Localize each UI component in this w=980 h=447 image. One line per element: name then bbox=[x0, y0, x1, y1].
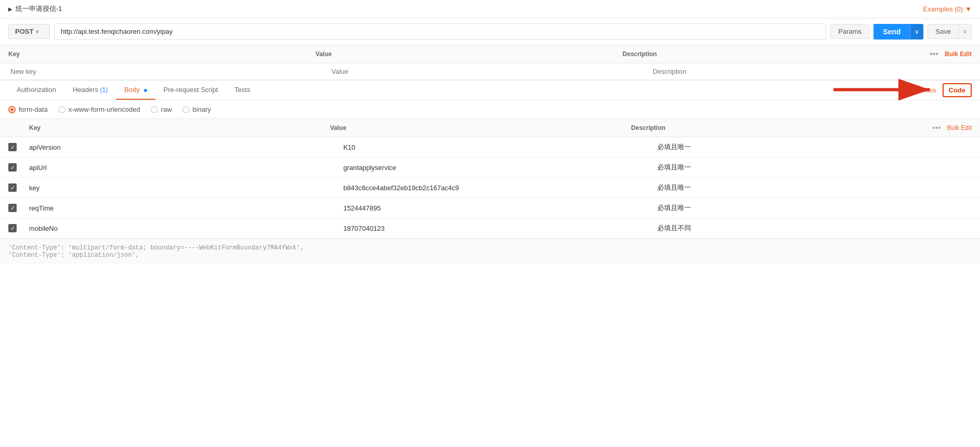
row-checkbox-4[interactable]: ✓ bbox=[8, 224, 17, 232]
breadcrumb-expand-icon[interactable]: ▶ bbox=[8, 6, 12, 12]
body-table-actions: ••• Bulk Edit bbox=[932, 123, 972, 133]
row-checkbox-0[interactable]: ✓ bbox=[8, 143, 17, 151]
radio-circle-x-www bbox=[58, 106, 65, 113]
save-dropdown-button[interactable]: ∨ bbox=[958, 25, 971, 38]
cell-desc-0: 必填且唯一 bbox=[657, 142, 972, 152]
body-col-key: Key bbox=[29, 124, 330, 132]
radio-circle-raw bbox=[151, 106, 158, 113]
cell-key-3: reqTime bbox=[29, 204, 343, 212]
breadcrumb-left: ▶ 统一申请授信-1 bbox=[8, 4, 62, 14]
radio-x-www-form-urlencoded[interactable]: x-www-form-urlencoded bbox=[58, 106, 140, 113]
cell-desc-3: 必填且唯一 bbox=[657, 203, 972, 213]
table-row: ✓ reqTime 1524447895 必填且唯一 bbox=[0, 198, 980, 218]
code-preview-line1: 'Content-Type': 'multipart/form-data; bo… bbox=[8, 244, 972, 252]
send-button[interactable]: Send bbox=[873, 24, 910, 40]
code-preview: 'Content-Type': 'multipart/form-data; bo… bbox=[0, 239, 980, 264]
table-row: ✓ apiVersion K10 必填且唯一 bbox=[0, 137, 980, 157]
url-bar: POST ∨ Params Send ∨ Save ∨ bbox=[0, 18, 980, 45]
cell-desc-4: 必填且不同 bbox=[657, 224, 972, 233]
code-preview-line2: 'Content-Type': 'application/json', bbox=[8, 252, 972, 259]
radio-bar: form-data x-www-form-urlencoded raw bina… bbox=[0, 100, 980, 119]
params-col-description: Description bbox=[623, 50, 930, 58]
code-button[interactable]: Code bbox=[943, 83, 972, 97]
save-button[interactable]: Save bbox=[928, 24, 958, 38]
cell-key-2: key bbox=[29, 184, 343, 192]
table-row: ✓ mobileNo 18707040123 必填且不同 bbox=[0, 218, 980, 239]
params-col-key: Key bbox=[8, 50, 315, 58]
tab-authorization[interactable]: Authorization bbox=[8, 81, 64, 100]
breadcrumb-bar: ▶ 统一申请授信-1 Examples (0) ▼ bbox=[0, 0, 980, 18]
row-checkbox-1[interactable]: ✓ bbox=[8, 163, 17, 172]
row-checkbox-2[interactable]: ✓ bbox=[8, 183, 17, 192]
body-tab-dot bbox=[144, 89, 147, 92]
save-button-group: Save ∨ bbox=[928, 24, 972, 39]
cell-value-0: K10 bbox=[343, 143, 658, 151]
radio-circle-form-data bbox=[8, 106, 16, 113]
cell-desc-1: 必填且唯一 bbox=[657, 163, 972, 172]
send-button-group: Send ∨ bbox=[873, 24, 923, 40]
cell-value-3: 1524447895 bbox=[343, 204, 658, 212]
radio-circle-binary bbox=[182, 106, 190, 113]
table-row: ✓ key b843c8cce4abef32eb19cb2c167ac4c9 必… bbox=[0, 178, 980, 198]
cell-key-1: apiUrl bbox=[29, 164, 343, 172]
radio-raw[interactable]: raw bbox=[151, 106, 172, 113]
method-select[interactable]: POST ∨ bbox=[8, 24, 50, 39]
tabs-right-actions: Cookies Code bbox=[912, 83, 972, 97]
method-chevron-icon: ∨ bbox=[35, 29, 39, 34]
params-bulk-edit[interactable]: Bulk Edit bbox=[945, 50, 972, 58]
headers-badge: (1) bbox=[100, 86, 108, 94]
new-desc-input[interactable] bbox=[651, 67, 972, 76]
body-table-header: Key Value Description ••• Bulk Edit bbox=[0, 119, 980, 137]
body-more-icon[interactable]: ••• bbox=[932, 123, 941, 133]
body-col-value: Value bbox=[330, 124, 631, 132]
cell-value-2: b843c8cce4abef32eb19cb2c167ac4c9 bbox=[343, 184, 658, 192]
url-input[interactable] bbox=[54, 23, 826, 40]
tabs-bar: Authorization Headers (1) Body Pre-reque… bbox=[0, 81, 980, 100]
params-section: Key Value Description ••• Bulk Edit bbox=[0, 45, 980, 81]
table-row: ✓ apiUrl grantapplyservice 必填且唯一 bbox=[0, 157, 980, 178]
method-label: POST bbox=[15, 28, 33, 35]
cell-key-0: apiVersion bbox=[29, 143, 343, 151]
new-key-input[interactable] bbox=[8, 67, 329, 76]
params-button[interactable]: Params bbox=[830, 24, 869, 39]
tab-headers[interactable]: Headers (1) bbox=[64, 81, 116, 100]
tab-body[interactable]: Body bbox=[116, 81, 155, 100]
cell-key-4: mobileNo bbox=[29, 225, 343, 232]
params-table-header: Key Value Description ••• Bulk Edit bbox=[0, 45, 980, 63]
breadcrumb-title: 统一申请授信-1 bbox=[16, 4, 62, 14]
new-value-input[interactable] bbox=[329, 67, 651, 76]
body-bulk-edit[interactable]: Bulk Edit bbox=[947, 124, 972, 132]
params-new-row bbox=[0, 63, 980, 80]
radio-binary[interactable]: binary bbox=[182, 106, 211, 113]
code-button-wrapper: Code bbox=[943, 83, 972, 97]
tab-tests[interactable]: Tests bbox=[226, 81, 258, 100]
params-more-icon[interactable]: ••• bbox=[930, 49, 938, 59]
radio-form-data[interactable]: form-data bbox=[8, 106, 48, 113]
cookies-link[interactable]: Cookies bbox=[912, 86, 936, 94]
params-col-value: Value bbox=[315, 50, 623, 58]
tab-pre-request-script[interactable]: Pre-request Script bbox=[155, 81, 227, 100]
examples-button[interactable]: Examples (0) ▼ bbox=[923, 5, 972, 13]
row-checkbox-3[interactable]: ✓ bbox=[8, 204, 17, 212]
send-dropdown-button[interactable]: ∨ bbox=[910, 24, 923, 39]
body-table: Key Value Description ••• Bulk Edit ✓ ap… bbox=[0, 119, 980, 239]
body-col-description: Description bbox=[631, 124, 932, 132]
cell-value-4: 18707040123 bbox=[343, 225, 658, 232]
cell-desc-2: 必填且唯一 bbox=[657, 183, 972, 192]
cell-value-1: grantapplyservice bbox=[343, 164, 658, 172]
